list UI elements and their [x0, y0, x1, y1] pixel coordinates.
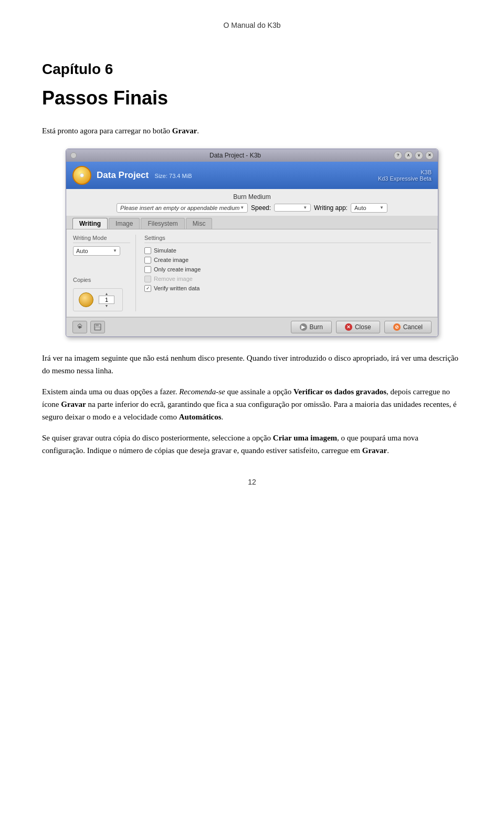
- titlebar-close-dot: [70, 152, 77, 159]
- only-create-image-label: Only create image: [154, 266, 201, 272]
- burn-btn-label: Burn: [310, 323, 323, 331]
- k3b-bottom-bar: ▶ Burn ✕ Close ⊘ Cancel: [66, 317, 438, 337]
- tab-writing[interactable]: Writing: [72, 218, 108, 229]
- close-btn-label: Close: [355, 323, 371, 331]
- project-title: Data Project: [97, 170, 149, 180]
- writing-mode-label: Writing Mode: [73, 235, 130, 243]
- copies-control: ▲ 1 ▼: [73, 288, 123, 311]
- k3b-dialog-window: Data Project - K3b ? ∧ ∨ ✕ Data Project …: [66, 149, 438, 337]
- close-button[interactable]: ✕ Close: [336, 321, 380, 333]
- settings-icon: [76, 323, 83, 331]
- bottom-left-buttons: [72, 321, 105, 333]
- project-size: Size: 73.4 MiB: [155, 173, 192, 179]
- burn-row: Please insert an empty or appendable med…: [72, 203, 432, 213]
- copies-down-btn[interactable]: ▼: [105, 304, 109, 308]
- speed-label: Speed:: [251, 204, 271, 212]
- copies-label: Copies: [73, 277, 130, 283]
- speed-select[interactable]: ▼: [274, 204, 311, 212]
- app-dropdown-arrow: ▼: [380, 205, 384, 210]
- only-create-image-checkbox[interactable]: [144, 266, 151, 273]
- intro-text: Está pronto agora para carregar no botão…: [42, 125, 462, 137]
- verify-data-checkbox[interactable]: ✓: [144, 285, 151, 292]
- titlebar-nav-down-btn[interactable]: ∨: [415, 151, 423, 160]
- titlebar-nav-up-btn[interactable]: ∧: [404, 151, 413, 160]
- remove-image-label: Remove image: [154, 276, 193, 282]
- tab-image[interactable]: Image: [109, 218, 140, 229]
- page-header: O Manual do K3b: [42, 21, 462, 29]
- copies-section: Copies ▲ 1 ▼: [73, 277, 130, 311]
- copies-value[interactable]: 1: [99, 296, 114, 304]
- cancel-btn-label: Cancel: [403, 323, 423, 331]
- chapter-title: Passos Finais: [42, 87, 462, 109]
- simulate-label: Simulate: [154, 247, 176, 254]
- settings-icon-btn[interactable]: [72, 321, 87, 333]
- chapter-label: Capítulo 6: [42, 61, 462, 78]
- cancel-button[interactable]: ⊘ Cancel: [384, 321, 432, 333]
- checkbox-simulate: Simulate: [144, 247, 431, 254]
- k3b-header-bar: Data Project Size: 73.4 MiB K3B Kd3 Expr…: [66, 162, 438, 189]
- writing-mode-select[interactable]: Auto ▼: [73, 246, 120, 256]
- writing-app-select[interactable]: Auto ▼: [351, 203, 387, 213]
- body-paragraph-1: Irá ver na imagem seguinte que não está …: [42, 352, 462, 377]
- left-panel: Writing Mode Auto ▼ Copies ▲ 1: [73, 235, 136, 311]
- svg-rect-1: [96, 324, 99, 326]
- body-paragraph-2: Existem ainda uma ou duas opções a fazer…: [42, 385, 462, 423]
- checkbox-only-create-image: Only create image: [144, 266, 431, 273]
- tab-misc[interactable]: Misc: [186, 218, 213, 229]
- checkbox-remove-image: Remove image: [144, 276, 431, 282]
- copies-spinner: ▲ 1 ▼: [99, 292, 114, 308]
- cancel-btn-icon: ⊘: [393, 323, 401, 331]
- tab-inner: Writing Mode Auto ▼ Copies ▲ 1: [73, 235, 431, 311]
- mode-dropdown-arrow: ▼: [113, 248, 117, 253]
- burn-btn-icon: ▶: [300, 323, 307, 331]
- medium-dropdown-arrow: ▼: [240, 205, 244, 210]
- k3b-titlebar: Data Project - K3b ? ∧ ∨ ✕: [66, 149, 438, 162]
- medium-select[interactable]: Please insert an empty or appendable med…: [117, 203, 248, 213]
- titlebar-help-btn[interactable]: ?: [394, 151, 402, 160]
- save-icon: [94, 323, 101, 331]
- k3b-logo: K3B Kd3 Expressive Beta: [378, 169, 432, 182]
- tab-filesystem[interactable]: Filesystem: [141, 218, 184, 229]
- bottom-right-buttons: ▶ Burn ✕ Close ⊘ Cancel: [291, 321, 432, 333]
- writing-app-label: Writing app:: [314, 204, 348, 212]
- svg-rect-2: [95, 327, 100, 330]
- copies-up-btn[interactable]: ▲: [105, 292, 109, 296]
- remove-image-checkbox: [144, 276, 151, 282]
- speed-dropdown-arrow: ▼: [303, 205, 307, 210]
- close-btn-icon: ✕: [345, 323, 352, 331]
- verify-data-label: Verify written data: [154, 285, 200, 291]
- burn-label: Burn Medium: [72, 193, 432, 201]
- checkbox-create-image: Create image: [144, 257, 431, 264]
- simulate-checkbox[interactable]: [144, 247, 151, 254]
- k3b-disc-icon: [72, 166, 91, 185]
- page-number: 12: [42, 478, 462, 486]
- titlebar-buttons: ? ∧ ∨ ✕: [394, 151, 434, 160]
- k3b-tabs: Writing Image Filesystem Misc: [66, 216, 438, 229]
- copies-disc-icon: [79, 292, 93, 307]
- create-image-checkbox[interactable]: [144, 257, 151, 264]
- save-icon-btn[interactable]: [90, 321, 105, 333]
- page: O Manual do K3b Capítulo 6 Passos Finais…: [0, 0, 504, 840]
- settings-label: Settings: [144, 235, 431, 243]
- titlebar-close-btn[interactable]: ✕: [425, 151, 434, 160]
- checkbox-verify-data: ✓ Verify written data: [144, 285, 431, 292]
- k3b-burn-section: Burn Medium Please insert an empty or ap…: [66, 189, 438, 216]
- body-paragraph-3: Se quiser gravar outra cópia do disco po…: [42, 432, 462, 457]
- burn-button[interactable]: ▶ Burn: [291, 321, 332, 333]
- k3b-tab-content: Writing Mode Auto ▼ Copies ▲ 1: [66, 229, 438, 317]
- header-title: O Manual do K3b: [224, 21, 281, 29]
- titlebar-title: Data Project - K3b: [80, 152, 391, 159]
- create-image-label: Create image: [154, 257, 188, 263]
- right-panel: Settings Simulate Create image Only: [136, 235, 431, 311]
